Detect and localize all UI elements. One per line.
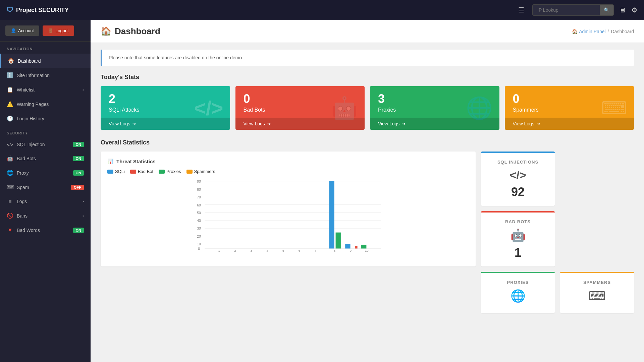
topbar-right: 🖥 ⚙ [619,6,637,14]
badbots-bg-icon: 🤖 [331,96,358,121]
stat-card-sqli: 2 SQLi Attacks </> View Logs ➜ [101,86,230,130]
bar-chart-svg: 90 80 70 60 50 40 30 20 10 0 [107,178,469,252]
sql-icon: </> [7,142,13,147]
search-input[interactable] [533,5,600,15]
logout-button[interactable]: 🚪 Logout [43,25,74,36]
sidebar-item-login-history[interactable]: 🕐 Login History [0,111,91,126]
layout: 👤 Account 🚪 Logout NAVIGATION 🏠 Dashboar… [0,20,644,362]
spammers-legend-color [186,170,193,174]
dashboard-icon: 🏠 [8,58,14,64]
sidebar-item-bad-words[interactable]: 🔻 Bad Words ON [0,223,91,237]
page-title-icon: 🏠 [101,26,111,37]
proxy-bar-10 [361,245,366,248]
svg-text:50: 50 [197,211,201,215]
stats-grid: 2 SQLi Attacks </> View Logs ➜ 0 Bad Bot… [101,86,634,130]
proxies-overall-icon: 🌐 [488,289,548,303]
right-stats-panels: SQL INJECTIONS </> 92 BAD BOTS 🤖 1 [481,152,555,266]
sidebar-item-bans[interactable]: 🚫 Bans › [0,208,91,223]
svg-text:30: 30 [197,226,201,230]
breadcrumb-admin-label: Admin Panel [579,29,605,34]
svg-text:20: 20 [197,234,201,238]
sidebar-item-label: Warning Pages [17,102,49,107]
sidebar-item-label: Logs [17,199,27,204]
legend-spammers: Spammers [186,169,215,174]
settings-icon[interactable]: ⚙ [631,6,637,14]
proxies-overall-title: PROXIES [488,280,548,285]
sqli-bar-9 [345,244,350,248]
sidebar-item-warning-pages[interactable]: ⚠️ Warning Pages [0,97,91,111]
account-button[interactable]: 👤 Account [5,25,39,36]
sidebar-item-site-information[interactable]: ℹ️ Site Information [0,68,91,82]
sqli-bar-8 [329,181,334,249]
sidebar-item-proxy[interactable]: 🌐 Proxy ON [0,166,91,180]
sidebar-item-whitelist[interactable]: 📋 Whitelist › [0,82,91,97]
hamburger-icon[interactable]: ☰ [518,6,524,14]
spammers-overall-icon: ⌨ [567,289,627,303]
badbot-legend-label: Bad Bot [138,169,153,174]
svg-text:10: 10 [197,242,201,246]
main-content: 🏠 Dashboard 🏠 Admin Panel / Dashboard Pl… [91,20,644,362]
spammers-view-logs-link[interactable]: View Logs ➜ [505,118,634,130]
bad-bots-overall-icon: 🤖 [488,228,548,242]
sidebar-item-label: Dashboard [18,58,41,64]
search-button[interactable]: 🔍 [600,5,613,15]
overall-grid: 📊 Threat Statistics SQLi Bad Bot [101,152,634,266]
notice-text: Please note that some features are disab… [109,55,243,60]
svg-text:8: 8 [334,249,335,252]
chevron-right-icon: › [83,199,84,204]
account-label: Account [18,28,34,33]
brand: 🛡 Project SECURITY [7,6,513,14]
bad-words-badge: ON [73,228,84,233]
legend-badbot: Bad Bot [130,169,153,174]
badbot-bar-9 [355,246,358,249]
proxies-view-logs-label: View Logs [378,121,399,126]
monitor-icon[interactable]: 🖥 [619,6,626,14]
proxies-bg-icon: 🌐 [466,96,493,121]
stat-card-badbots: 0 Bad Bots 🤖 View Logs ➜ [235,86,365,130]
threat-chart-card: 📊 Threat Statistics SQLi Bad Bot [101,152,476,266]
svg-text:70: 70 [197,195,201,199]
overall-stats-title: Overall Statistics [101,139,634,146]
page-title: 🏠 Dashboard [101,26,160,37]
sidebar-item-spam[interactable]: ⌨ Spam OFF [0,180,91,194]
spammers-bg-icon: ⌨ [601,98,627,119]
sidebar-item-label: Site Information [17,73,50,78]
bot-icon: 🤖 [7,155,13,162]
svg-text:80: 80 [197,187,201,191]
bad-bots-badge: ON [73,156,84,161]
search-bar: 🔍 [532,4,614,16]
brand-text: Project SECURITY [16,7,69,14]
logout-icon: 🚪 [48,28,53,33]
bad-words-icon: 🔻 [7,227,13,233]
warning-icon: ⚠️ [7,101,13,107]
chart-icon: 📊 [107,158,114,164]
chart-legend: SQLi Bad Bot Proxies Spammers [107,169,469,174]
sidebar-item-label: Login History [17,116,44,121]
proxies-legend-label: Proxies [166,169,181,174]
history-icon: 🕐 [7,115,13,122]
svg-text:2: 2 [234,249,236,252]
sidebar-item-sql-injection[interactable]: </> SQL Injection ON [0,138,91,151]
second-row-panels: PROXIES 🌐 SPAMMERS ⌨ [101,272,634,313]
user-icon: 👤 [11,28,16,33]
sidebar-item-logs[interactable]: ≡ Logs › [0,194,91,208]
bans-icon: 🚫 [7,213,13,219]
todays-stats-title: Today's Stats [101,74,634,81]
main-header: 🏠 Dashboard 🏠 Admin Panel / Dashboard [91,20,644,43]
sidebar-item-dashboard[interactable]: 🏠 Dashboard [0,54,91,68]
main-body: Please note that some features are disab… [91,43,644,320]
breadcrumb-admin-panel-link[interactable]: 🏠 Admin Panel [572,29,605,34]
svg-text:9: 9 [350,249,352,252]
arrow-right-icon: ➜ [267,121,271,126]
sidebar-item-label: Bad Bots [17,156,36,161]
sidebar-item-label: Spam [17,185,29,190]
spam-icon: ⌨ [7,184,13,190]
sqli-legend-color [107,170,113,174]
sidebar-item-bad-bots[interactable]: 🤖 Bad Bots ON [0,151,91,166]
proxy-bar-8 [336,233,341,249]
sql-injection-badge: ON [73,142,84,147]
chevron-right-icon: › [83,214,84,218]
proxy-badge: ON [73,170,84,176]
svg-text:0: 0 [198,247,200,251]
sidebar: 👤 Account 🚪 Logout NAVIGATION 🏠 Dashboar… [0,20,91,362]
